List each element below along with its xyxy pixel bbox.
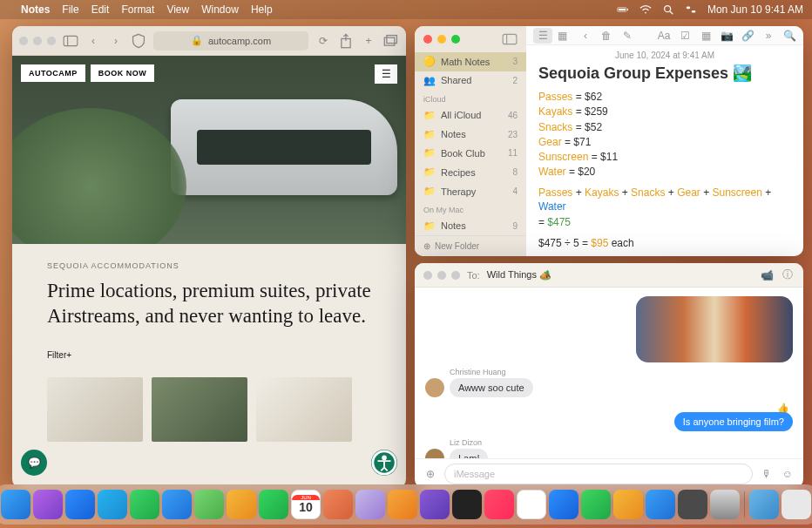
dock-iphone-mirroring[interactable]	[710, 490, 740, 519]
table-icon[interactable]: ▦	[699, 29, 713, 43]
dock-downloads[interactable]	[749, 490, 779, 519]
note-date: June 10, 2024 at 9:41 AM	[538, 51, 791, 60]
dock-settings[interactable]	[678, 490, 707, 519]
info-icon[interactable]: ⓘ	[781, 268, 795, 282]
conversation-name[interactable]: Wild Things 🏕️	[487, 269, 551, 281]
forward-icon[interactable]: ›	[108, 33, 124, 49]
control-center-icon[interactable]	[685, 3, 697, 16]
thumbnail[interactable]	[152, 377, 247, 442]
checklist-icon[interactable]: ☑	[678, 29, 692, 43]
shield-icon[interactable]	[131, 33, 146, 49]
dock-contacts[interactable]	[323, 490, 353, 519]
messages-thread[interactable]: Christine Huang Awww soo cute 👍 Is anyon…	[415, 288, 803, 458]
dock-safari[interactable]	[65, 490, 95, 519]
svg-rect-15	[503, 34, 517, 44]
sidebar-item-book-club[interactable]: 📁Book Club11	[415, 144, 526, 163]
accessibility-fab[interactable]	[371, 450, 397, 476]
spotlight-icon[interactable]	[662, 3, 674, 16]
format-icon[interactable]: Aa	[657, 29, 671, 43]
link-icon[interactable]: 🔗	[741, 29, 754, 43]
thumbnail[interactable]	[256, 377, 352, 442]
dictate-icon[interactable]: 🎙	[760, 467, 774, 481]
svg-point-4	[665, 6, 671, 12]
sidebar-item-shared[interactable]: 👥Shared2	[415, 71, 526, 91]
sidebar-item-math-notes[interactable]: 🟡Math Notes3	[415, 52, 526, 71]
emoji-icon[interactable]: ☺	[781, 467, 795, 481]
dock-finder[interactable]	[1, 490, 30, 519]
sidebar-item-recipes[interactable]: 📁Recipes8	[415, 163, 526, 182]
compose-icon[interactable]: ✎	[620, 29, 634, 43]
traffic-lights[interactable]	[423, 35, 460, 44]
address-bar[interactable]: 🔒 autocamp.com	[153, 31, 308, 51]
chat-fab[interactable]: 💬	[21, 450, 47, 476]
reload-icon[interactable]: ⟳	[315, 33, 331, 49]
back-icon[interactable]: ‹	[579, 29, 592, 43]
sidebar-item-notes[interactable]: 📁Notes23	[415, 125, 526, 144]
dock-calendar[interactable]: JUN10	[291, 490, 321, 519]
dock-weather[interactable]	[98, 490, 127, 519]
logo-button[interactable]: AUTOCAMP	[21, 64, 85, 82]
sidebar-item-local-notes[interactable]: 📁Notes9	[415, 216, 526, 235]
dock-photos[interactable]	[227, 490, 256, 519]
message-input[interactable]: iMessage	[444, 464, 753, 484]
dock-tv[interactable]	[452, 490, 482, 519]
dock-messages[interactable]	[130, 490, 159, 519]
avatar[interactable]	[425, 449, 444, 458]
dock-maps[interactable]	[194, 490, 224, 519]
dock-podcasts[interactable]	[549, 490, 579, 519]
traffic-lights[interactable]	[423, 271, 460, 280]
new-tab-icon[interactable]: +	[361, 33, 376, 49]
dock-numbers[interactable]	[581, 490, 611, 519]
menu-format[interactable]: Format	[121, 3, 154, 16]
dock-music[interactable]	[484, 490, 514, 519]
more-icon[interactable]: »	[761, 29, 775, 43]
dock-freeform[interactable]	[420, 490, 450, 519]
dock-launchpad[interactable]	[33, 490, 63, 519]
svg-rect-11	[387, 35, 397, 43]
sidebar-toggle-icon[interactable]	[502, 31, 518, 47]
sender-label: Christine Huang	[450, 368, 793, 376]
dock-facetime[interactable]	[259, 490, 288, 519]
menu-file[interactable]: File	[62, 3, 78, 16]
apps-icon[interactable]: ⊕	[423, 467, 437, 481]
dock: JUN10	[0, 484, 812, 525]
search-icon[interactable]: 🔍	[782, 29, 796, 43]
wifi-icon[interactable]	[639, 3, 652, 16]
dock-mail[interactable]	[162, 490, 192, 519]
traffic-lights[interactable]	[19, 37, 56, 45]
battery-icon[interactable]	[617, 3, 629, 16]
dock-news[interactable]	[517, 490, 546, 519]
tabs-icon[interactable]	[383, 33, 399, 49]
avatar[interactable]	[425, 378, 444, 397]
thumbnail[interactable]	[47, 377, 143, 442]
message-bubble: Awww soo cute	[450, 378, 533, 397]
dock-trash[interactable]	[782, 490, 811, 519]
image-attachment[interactable]	[636, 296, 793, 362]
trash-icon[interactable]: 🗑	[599, 29, 613, 43]
menu-help[interactable]: Help	[251, 3, 273, 16]
share-icon[interactable]	[338, 33, 354, 49]
sidebar-item-all-icloud[interactable]: 📁All iCloud46	[415, 105, 526, 125]
facetime-icon[interactable]: 📹	[760, 268, 774, 282]
app-menu[interactable]: Notes	[21, 3, 50, 16]
dock-notes[interactable]	[388, 490, 417, 519]
book-now-button[interactable]: BOOK NOW	[91, 64, 155, 82]
hamburger-icon[interactable]: ☰	[375, 64, 397, 84]
dock-reminders[interactable]	[355, 490, 385, 519]
clock[interactable]: Mon Jun 10 9:41 AM	[707, 3, 803, 16]
back-icon[interactable]: ‹	[85, 33, 101, 49]
dock-pages[interactable]	[613, 490, 643, 519]
sidebar-toggle-icon[interactable]	[63, 33, 78, 49]
airstream-trailer	[171, 99, 397, 195]
note-content[interactable]: June 10, 2024 at 9:41 AM Sequoia Group E…	[526, 45, 803, 256]
menu-window[interactable]: Window	[201, 3, 239, 16]
lock-icon: 🔒	[191, 35, 203, 46]
menu-view[interactable]: View	[166, 3, 189, 16]
sidebar-item-therapy[interactable]: 📁Therapy4	[415, 182, 526, 201]
dock-appstore[interactable]	[646, 490, 675, 519]
media-icon[interactable]: 📷	[720, 29, 734, 43]
filter-link[interactable]: Filter+	[47, 350, 371, 360]
new-folder-button[interactable]: ⊕New Folder	[415, 235, 526, 256]
menu-edit[interactable]: Edit	[91, 3, 110, 16]
view-switcher[interactable]: ☰▦	[533, 28, 572, 44]
